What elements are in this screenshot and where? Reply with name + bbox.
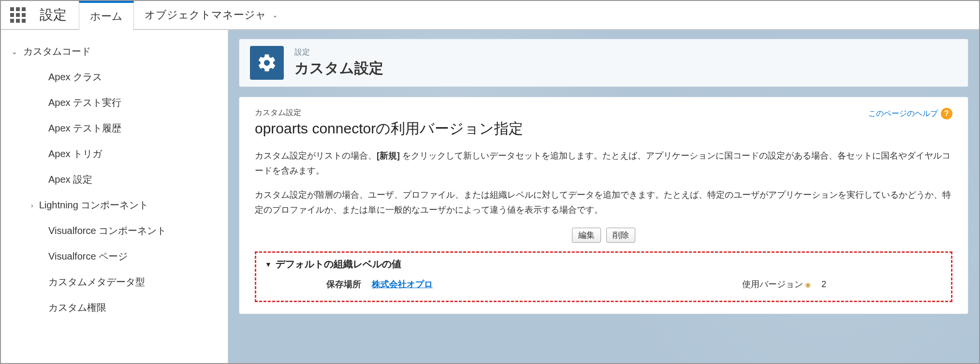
sidebar-item-vf-component[interactable]: Visualforce コンポーネント <box>1 218 228 244</box>
sidebar-item-apex-settings[interactable]: Apex 設定 <box>1 167 228 192</box>
page-header: 設定 カスタム設定 <box>239 39 968 87</box>
location-label: 保存場所 <box>265 278 372 290</box>
sidebar-item-vf-page[interactable]: Visualforce ページ <box>1 244 228 269</box>
detail-panel: カスタム設定 oproarts connectorの利用バージョン指定 このペー… <box>239 97 968 314</box>
app-launcher-button[interactable] <box>1 1 35 29</box>
help-link[interactable]: このページのヘルプ ? <box>868 108 952 119</box>
app-name: 設定 <box>35 1 79 29</box>
sidebar-item-custom-permission[interactable]: カスタム権限 <box>1 295 228 320</box>
tab-object-manager-label: オブジェクトマネージャ <box>145 8 266 22</box>
panel-title: oproarts connectorの利用バージョン指定 <box>255 119 523 139</box>
version-value: 2 <box>821 279 942 290</box>
content-area: 設定 カスタム設定 カスタム設定 oproarts connectorの利用バー… <box>228 30 979 363</box>
section-title: デフォルトの組織レベルの値 <box>276 258 401 271</box>
info-icon: ◉ <box>805 281 811 289</box>
help-icon: ? <box>941 108 952 119</box>
sidebar: ⌄ カスタムコード Apex クラス Apex テスト実行 Apex テスト履歴… <box>1 30 228 363</box>
tab-home-label: ホーム <box>90 9 123 24</box>
sidebar-item-custom-metadata[interactable]: カスタムメタデータ型 <box>1 269 228 295</box>
sidebar-section-label: カスタムコード <box>23 45 91 58</box>
sidebar-item-apex-test-history[interactable]: Apex テスト履歴 <box>1 116 228 141</box>
waffle-icon <box>10 7 26 23</box>
description-2: カスタム設定が階層の場合、ユーザ、プロファイル、または組織レベルに対してデータを… <box>255 188 952 217</box>
panel-crumb: カスタム設定 <box>255 108 523 118</box>
top-bar: 設定 ホーム オブジェクトマネージャ ⌄ <box>1 1 979 30</box>
version-label: 使用バージョン◉ <box>701 278 821 290</box>
sidebar-section-custom-code[interactable]: ⌄ カスタムコード <box>1 39 228 64</box>
section-header[interactable]: ▼ デフォルトの組織レベルの値 <box>265 258 942 271</box>
page-crumb: 設定 <box>294 47 383 58</box>
default-org-values-section: ▼ デフォルトの組織レベルの値 保存場所 株式会社オプロ 使用バージョン◉ 2 <box>255 251 952 302</box>
page-title: カスタム設定 <box>294 58 383 78</box>
sidebar-section-lightning[interactable]: › Lightning コンポーネント <box>1 192 228 218</box>
delete-button[interactable]: 削除 <box>606 228 635 243</box>
triangle-down-icon: ▼ <box>265 261 272 268</box>
location-value-link[interactable]: 株式会社オプロ <box>372 278 493 290</box>
help-link-label: このページのヘルプ <box>868 109 938 119</box>
chevron-down-icon: ⌄ <box>272 11 278 19</box>
sidebar-item-apex-class[interactable]: Apex クラス <box>1 64 228 90</box>
sidebar-item-apex-test-run[interactable]: Apex テスト実行 <box>1 90 228 116</box>
edit-button[interactable]: 編集 <box>572 228 601 243</box>
sidebar-section-lightning-label: Lightning コンポーネント <box>39 199 149 212</box>
tab-object-manager[interactable]: オブジェクトマネージャ ⌄ <box>134 1 289 29</box>
description-1: カスタム設定がリストの場合、[新規] をクリックして新しいデータセットを追加しま… <box>255 148 952 178</box>
gear-icon <box>250 46 284 80</box>
button-row: 編集 削除 <box>255 228 952 243</box>
caret-down-icon: ⌄ <box>12 48 17 56</box>
caret-right-icon: › <box>31 202 33 209</box>
tab-home[interactable]: ホーム <box>79 1 134 30</box>
sidebar-item-apex-trigger[interactable]: Apex トリガ <box>1 141 228 167</box>
